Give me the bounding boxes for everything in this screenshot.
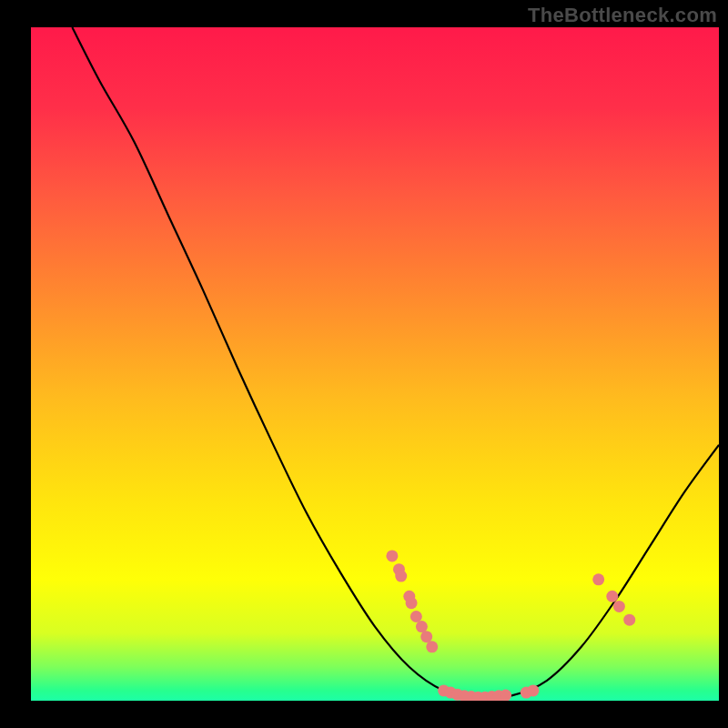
bottleneck-curve-chart [0, 0, 728, 728]
watermark-label: TheBottleneck.com [528, 4, 717, 27]
